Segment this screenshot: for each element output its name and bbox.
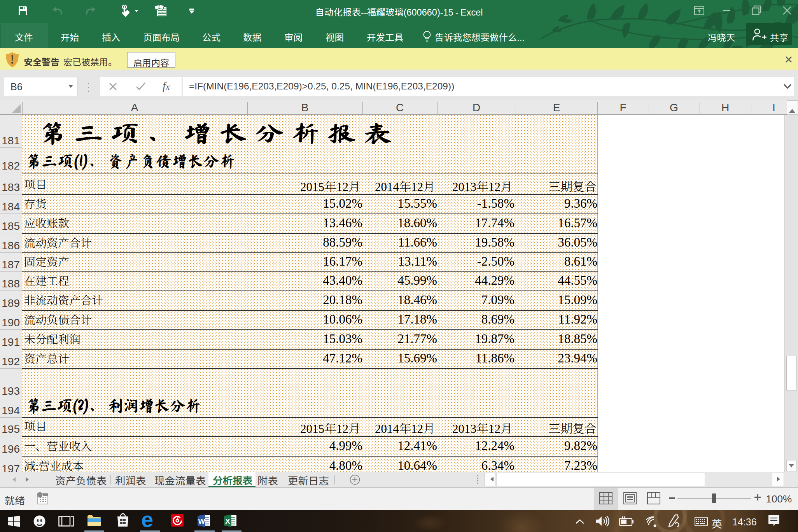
svg-text:X: X xyxy=(225,517,230,525)
svg-text:W: W xyxy=(198,517,205,525)
